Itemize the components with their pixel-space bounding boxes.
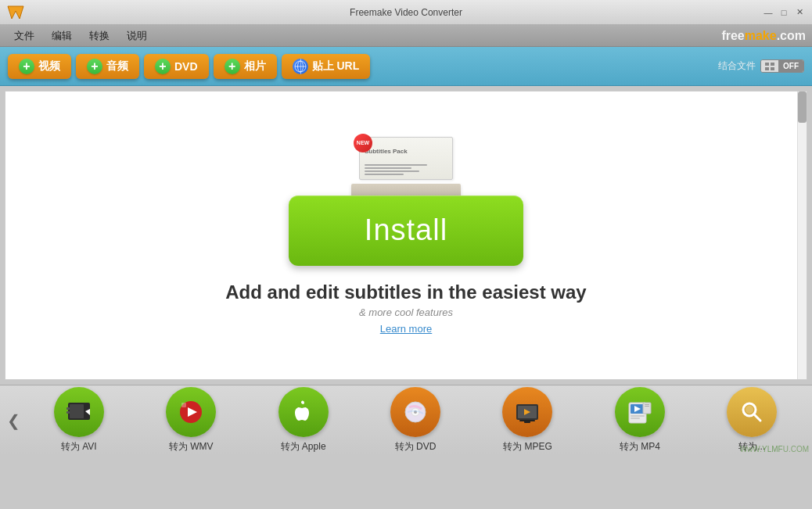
svg-rect-31 [645,406,649,407]
menu-item-edit[interactable]: 编辑 [44,27,80,45]
toolbar: + 视频 + 音频 + DVD + 相片 贴上 URL 结合文件 [0,47,812,86]
bottom-format-bar: ❮ 转为 AVI 转为 WMV [0,385,812,455]
mp4-icon [615,387,665,437]
main-content-area: NEW Subtitles Pack Install Add and edit … [5,91,807,380]
svg-rect-27 [631,415,645,417]
format-btn-mpeg[interactable]: 转为 MPEG [472,385,584,455]
dvd-icon [390,387,440,437]
toggle-grid-icon [761,60,778,72]
promo-title: Add and edit subtitles in the easiest wa… [225,281,586,303]
window-controls: — □ ✕ [762,6,806,19]
combine-label: 结合文件 [718,59,756,73]
menu-item-file[interactable]: 文件 [6,27,42,45]
subtitle-pack-box: NEW Subtitles Pack [359,137,453,180]
wmv-icon [166,387,216,437]
svg-rect-12 [66,411,70,414]
add-dvd-button[interactable]: + DVD [144,54,209,79]
promo-subtitle: & more cool features [359,306,453,318]
paste-url-button[interactable]: 贴上 URL [282,54,371,79]
globe-icon [293,59,308,74]
watermark: WwW.YLMFU.COM [740,445,809,453]
brand-free: free [721,29,744,42]
add-audio-button[interactable]: + 音频 [76,54,139,79]
avi-label: 转为 AVI [61,440,97,453]
audio-button-label: 音频 [106,59,128,73]
mp4-label: 转为 MP4 [620,440,660,453]
svg-rect-15 [181,403,186,407]
restore-button[interactable]: □ [778,6,790,19]
svg-rect-9 [70,404,84,418]
svg-rect-5 [771,63,774,66]
title-bar-left [6,3,25,22]
svg-rect-28 [631,418,640,419]
add-video-button[interactable]: + 视频 [8,54,71,79]
format-btn-mp4[interactable]: 转为 MP4 [584,385,695,455]
svg-marker-0 [8,6,23,19]
mpeg-label: 转为 MPEG [503,440,552,453]
scrollbar-thumb[interactable] [798,91,807,123]
format-btn-apple[interactable]: 转为 Apple [247,385,359,455]
menu-item-convert[interactable]: 转换 [81,27,117,45]
video-button-label: 视频 [38,59,60,73]
toggle-off-label: OFF [778,60,803,72]
install-card: NEW Subtitles Pack Install Add and edit … [210,121,602,350]
subtitle-pack-label: Subtitles Pack [365,140,427,175]
learn-more-link[interactable]: Learn more [380,323,432,335]
format-btn-dvd[interactable]: 转为 DVD [359,385,471,455]
svg-point-34 [746,406,753,414]
svg-rect-22 [524,420,530,423]
menu-item-help[interactable]: 说明 [119,27,155,45]
apple-icon [278,387,329,437]
subtitles-pack-visual: NEW Subtitles Pack [336,137,476,199]
close-button[interactable]: ✕ [793,6,806,19]
brand-logo: freemake.com [721,29,806,43]
format-btn-wmv[interactable]: 转为 WMV [135,385,246,455]
brand-make: make [745,29,777,42]
photo-button-label: 相片 [244,59,266,73]
window-title: Freemake Video Converter [350,7,462,18]
svg-rect-4 [765,63,769,66]
brand-domain: .com [777,29,806,42]
combine-toggle[interactable]: OFF [760,59,804,73]
format-btn-avi[interactable]: 转为 AVI [23,385,135,455]
svg-rect-30 [645,404,649,405]
svg-line-33 [754,414,760,421]
svg-rect-7 [771,67,774,70]
wmv-label: 转为 WMV [169,440,214,453]
globe-svg [294,60,307,73]
avi-icon [54,387,104,437]
watermark-text: WwW.YLMFU.COM [740,445,809,453]
mpeg-icon [502,387,552,437]
scrollbar[interactable] [797,91,807,379]
app-logo-icon [6,3,25,22]
svg-rect-6 [765,67,769,70]
combine-files-control: 结合文件 OFF [718,59,804,73]
dvd-label: 转为 DVD [395,440,437,453]
add-photo-button[interactable]: + 相片 [214,54,277,79]
title-bar: Freemake Video Converter — □ ✕ [0,0,812,25]
apple-label: 转为 Apple [281,440,326,453]
url-button-label: 贴上 URL [312,59,360,73]
plus-icon-audio: + [87,59,102,74]
install-button[interactable]: Install [289,195,523,266]
dvd-button-label: DVD [174,60,198,73]
menu-bar: 文件 编辑 转换 说明 freemake.com [0,25,812,47]
plus-icon-video: + [19,59,34,74]
new-badge: NEW [354,134,372,152]
svg-rect-11 [66,407,70,410]
minimize-button[interactable]: — [762,6,774,19]
menu-items: 文件 编辑 转换 说明 [6,27,155,45]
prev-format-arrow[interactable]: ❮ [4,397,23,444]
plus-icon-dvd: + [155,59,171,74]
more-icon [727,387,777,437]
plus-icon-photo: + [225,59,240,74]
